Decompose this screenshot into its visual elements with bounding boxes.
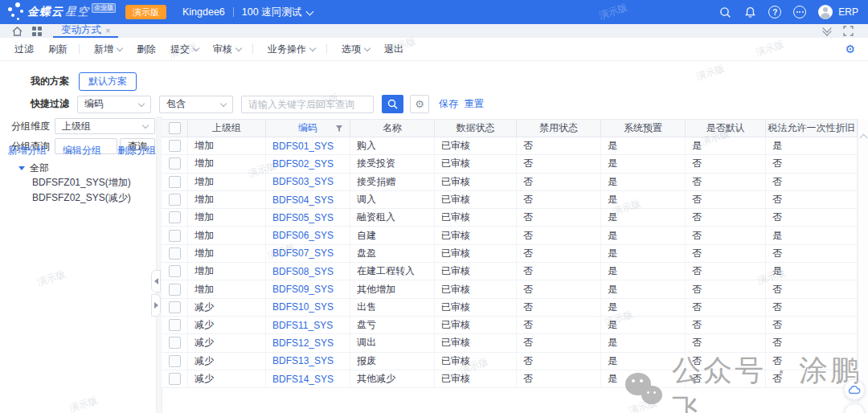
tree-item[interactable]: BDFSFZ02_SYS(减少) (0, 190, 156, 206)
row-checkbox[interactable] (162, 227, 188, 243)
row-checkbox[interactable] (162, 317, 188, 333)
group-dim-select[interactable]: 上级组 (55, 118, 155, 134)
search-button[interactable] (382, 95, 403, 113)
row-checkbox[interactable] (162, 370, 188, 387)
column-header-0[interactable]: 上级组 (188, 120, 266, 137)
code-link-cell[interactable]: BDFS12_SYS (266, 334, 350, 351)
table-row[interactable]: 增加BDFS08_SYS在建工程转入已审核否是否是 (162, 263, 858, 280)
tree-item[interactable]: BDFSFZ01_SYS(增加) (0, 175, 156, 190)
row-checkbox[interactable] (162, 137, 188, 154)
home-icon[interactable] (12, 27, 23, 36)
table-row[interactable]: 减少BDFS14_SYS其他减少已审核否是否否 (162, 370, 858, 388)
table-row[interactable]: 增加BDFS07_SYS盘盈已审核否是否否 (162, 245, 858, 263)
table-row[interactable]: 减少BDFS11_SYS盘亏已审核否是否否 (162, 317, 858, 334)
table-row[interactable]: 减少BDFS10_SYS出售已审核否是否否 (162, 299, 858, 317)
code-link-cell[interactable]: BDFS09_SYS (266, 280, 350, 297)
fullscreen-icon[interactable] (843, 26, 854, 36)
row-checkbox[interactable] (162, 209, 188, 226)
account-name[interactable]: Kingdee6 (182, 6, 225, 18)
cloud-assistant-button[interactable] (844, 379, 865, 400)
table-row[interactable]: 增加BDFS02_SYS接受投资已审核否是否否 (162, 155, 858, 173)
collapse-panel-handle[interactable] (151, 270, 161, 292)
row-checkbox[interactable] (162, 155, 188, 172)
row-checkbox[interactable] (162, 174, 188, 190)
org-selector[interactable]: 100 速同测试 (242, 6, 301, 19)
row-checkbox[interactable] (162, 280, 188, 297)
table-row[interactable]: 增加BDFS01_SYS购入已审核否是是是 (162, 137, 858, 155)
default-plan-button[interactable]: 默认方案 (79, 72, 137, 91)
reset-link[interactable]: 重置 (465, 97, 484, 111)
toolbar-button-3[interactable]: 删除 (137, 43, 156, 56)
row-checkbox[interactable] (162, 191, 188, 208)
search-icon[interactable] (719, 6, 731, 18)
toolbar-button-8[interactable]: 退出 (384, 43, 403, 56)
toolbar-button-6[interactable]: 业务操作 (268, 43, 315, 56)
code-link-cell[interactable]: BDFS10_SYS (266, 299, 350, 316)
column-header-5[interactable]: 系统预置 (601, 120, 686, 137)
tab-close-icon[interactable]: × (105, 26, 110, 35)
user-avatar[interactable] (818, 5, 833, 19)
save-link[interactable]: 保存 (439, 97, 458, 111)
code-link-cell[interactable]: BDFS01_SYS (266, 137, 350, 154)
org-chevron-down-icon[interactable] (306, 7, 314, 15)
table-row[interactable]: 减少BDFS12_SYS调出已审核否是否否 (162, 334, 858, 352)
select-all-checkbox[interactable] (162, 120, 188, 137)
toolbar-button-7[interactable]: 选项 (342, 43, 370, 56)
scroll-up-icon[interactable] (860, 134, 868, 142)
code-link-cell[interactable]: BDFS04_SYS (266, 191, 350, 208)
code-link-cell[interactable]: BDFS13_SYS (266, 353, 350, 370)
code-link-cell[interactable]: BDFS07_SYS (266, 245, 350, 262)
column-header-2[interactable]: 名称 (350, 120, 435, 137)
row-checkbox[interactable] (162, 299, 188, 316)
group-link-1[interactable]: 编辑分组 (63, 144, 101, 157)
tab-biandongfangshi[interactable]: 变动方式 × (53, 24, 118, 38)
filter-operator-select[interactable]: 包含 (159, 96, 233, 113)
expand-panel-handle[interactable] (151, 294, 161, 317)
toolbar-button-0[interactable]: 过滤 (14, 43, 34, 56)
filter-funnel-icon[interactable] (335, 125, 343, 133)
tree-expand-icon[interactable] (18, 166, 25, 170)
row-checkbox[interactable] (162, 353, 188, 370)
topbar-actions: ? ERP (719, 5, 868, 19)
user-name[interactable]: ERP (838, 6, 858, 18)
tree-root-node[interactable]: 全部 (0, 161, 156, 175)
toolbar-button-5[interactable]: 审核 (213, 43, 241, 56)
toolbar-button-2[interactable]: 新增 (94, 43, 122, 56)
code-link-cell[interactable]: BDFS05_SYS (266, 209, 350, 226)
help-icon[interactable]: ? (768, 6, 781, 18)
assistant-icon[interactable] (793, 6, 806, 18)
row-checkbox[interactable] (162, 263, 188, 280)
table-cell: 已审核 (435, 370, 517, 387)
table-row[interactable]: 增加BDFS09_SYS其他增加已审核否是否否 (162, 280, 858, 298)
row-checkbox[interactable] (162, 334, 188, 351)
notification-bell-icon[interactable] (743, 6, 756, 18)
toolbar-button-1[interactable]: 刷新 (48, 43, 68, 56)
toolbar-settings-gear-icon[interactable]: ⚙ (845, 43, 855, 55)
column-header-3[interactable]: 数据状态 (435, 120, 517, 137)
table-row[interactable]: 增加BDFS04_SYS调入已审核否是否否 (162, 191, 858, 209)
code-link-cell[interactable]: BDFS14_SYS (266, 370, 350, 387)
column-header-6[interactable]: 是否默认 (686, 120, 766, 137)
table-row[interactable]: 增加BDFS03_SYS接受捐赠已审核否是否否 (162, 174, 858, 191)
table-row[interactable]: 增加BDFS06_SYS自建已审核否是否是 (162, 227, 858, 244)
column-header-7[interactable]: 税法允许一次性折旧 (766, 120, 858, 137)
keyword-search-input[interactable] (241, 96, 374, 113)
group-link-0[interactable]: 新增分组 (8, 144, 47, 157)
code-link-cell[interactable]: BDFS02_SYS (266, 155, 350, 172)
menu-grid-icon[interactable] (32, 27, 42, 36)
column-header-4[interactable]: 禁用状态 (517, 120, 601, 137)
code-link-cell[interactable]: BDFS03_SYS (266, 174, 350, 190)
grid-vertical-scrollbar[interactable] (858, 119, 868, 413)
collapse-tabs-icon[interactable] (824, 28, 830, 35)
row-checkbox[interactable] (162, 245, 188, 262)
table-row[interactable]: 增加BDFS05_SYS融资租入已审核否是否否 (162, 209, 858, 227)
column-header-1[interactable]: 编码 (266, 120, 350, 137)
code-link-cell[interactable]: BDFS11_SYS (266, 317, 350, 333)
filter-field-select[interactable]: 编码 (77, 96, 151, 113)
code-link-cell[interactable]: BDFS06_SYS (266, 227, 350, 243)
toolbar-button-4[interactable]: 提交 (170, 43, 199, 56)
table-row[interactable]: 减少BDFS13_SYS报废已审核否是否否 (162, 353, 858, 370)
code-link-cell[interactable]: BDFS08_SYS (266, 263, 350, 280)
filter-settings-gear-icon[interactable]: ⚙ (410, 95, 429, 113)
group-link-2[interactable]: 删除分组 (117, 144, 156, 157)
